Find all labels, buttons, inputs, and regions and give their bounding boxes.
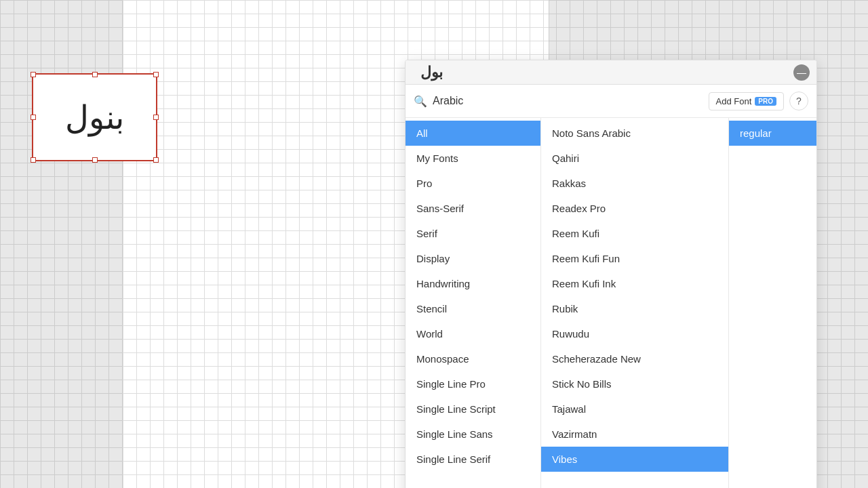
resize-handle-tl[interactable] bbox=[31, 72, 36, 77]
font-panel: بول — 🔍 Add Font PRO ? AllMy FontsProSan… bbox=[405, 60, 817, 488]
category-item-single-line-sans[interactable]: Single Line Sans bbox=[406, 422, 540, 447]
category-list: AllMy FontsProSans-SerifSerifDisplayHand… bbox=[406, 118, 541, 488]
selected-text-content: بنول bbox=[65, 98, 124, 136]
category-item-single-line-serif[interactable]: Single Line Serif bbox=[406, 447, 540, 472]
resize-handle-bm[interactable] bbox=[92, 157, 98, 163]
font-item-tajawal[interactable]: Tajawal bbox=[541, 396, 728, 422]
category-item-single-line-script[interactable]: Single Line Script bbox=[406, 396, 540, 422]
resize-handle-tm[interactable] bbox=[92, 72, 98, 77]
font-item-stick-no-bills[interactable]: Stick No Bills bbox=[541, 371, 728, 396]
font-item-readex-pro[interactable]: Readex Pro bbox=[541, 196, 728, 221]
category-item-all[interactable]: All bbox=[406, 121, 540, 146]
category-item-display[interactable]: Display bbox=[406, 246, 540, 271]
font-item-scheherazade-new[interactable]: Scheherazade New bbox=[541, 346, 728, 371]
selected-text-box[interactable]: بنول bbox=[32, 73, 157, 161]
resize-handle-tr[interactable] bbox=[153, 72, 159, 77]
font-item-rubik[interactable]: Rubik bbox=[541, 296, 728, 321]
category-item-sans-serif[interactable]: Sans-Serif bbox=[406, 196, 540, 221]
font-item-reem-kufi-ink[interactable]: Reem Kufi Ink bbox=[541, 271, 728, 296]
font-item-ruwudu[interactable]: Ruwudu bbox=[541, 321, 728, 346]
category-item-handwriting[interactable]: Handwriting bbox=[406, 271, 540, 296]
style-column: regular bbox=[728, 118, 816, 488]
style-item-regular[interactable]: regular bbox=[729, 121, 816, 146]
help-button[interactable]: ? bbox=[789, 92, 808, 110]
panel-topbar: بول — bbox=[406, 60, 816, 85]
help-icon: ? bbox=[796, 96, 802, 106]
font-list: Noto Sans ArabicQahiriRakkasReadex ProRe… bbox=[541, 118, 728, 488]
category-item-stencil[interactable]: Stencil bbox=[406, 296, 540, 321]
pro-badge: PRO bbox=[755, 97, 776, 106]
font-item-noto-sans-arabic[interactable]: Noto Sans Arabic bbox=[541, 121, 728, 146]
category-item-pro[interactable]: Pro bbox=[406, 171, 540, 196]
category-item-monospace[interactable]: Monospace bbox=[406, 346, 540, 371]
resize-handle-lm[interactable] bbox=[31, 115, 36, 120]
panel-minimize-button[interactable]: — bbox=[793, 64, 810, 81]
resize-handle-rm[interactable] bbox=[153, 115, 159, 120]
category-item-world[interactable]: World bbox=[406, 321, 540, 346]
resize-handle-br[interactable] bbox=[153, 157, 159, 163]
resize-handle-bl[interactable] bbox=[31, 157, 36, 163]
search-bar: 🔍 Add Font PRO ? bbox=[406, 85, 816, 118]
font-item-reem-kufi[interactable]: Reem Kufi bbox=[541, 221, 728, 246]
minus-icon: — bbox=[797, 67, 806, 78]
category-item-my-fonts[interactable]: My Fonts bbox=[406, 146, 540, 171]
add-font-button[interactable]: Add Font PRO bbox=[709, 92, 784, 110]
search-input[interactable] bbox=[433, 95, 703, 107]
add-font-label: Add Font bbox=[716, 96, 752, 106]
font-item-qahiri[interactable]: Qahiri bbox=[541, 146, 728, 171]
font-item-vazirmatn[interactable]: Vazirmatn bbox=[541, 422, 728, 447]
font-item-rakkas[interactable]: Rakkas bbox=[541, 171, 728, 196]
font-item-reem-kufi-fun[interactable]: Reem Kufi Fun bbox=[541, 246, 728, 271]
font-item-vibes[interactable]: Vibes bbox=[541, 447, 728, 472]
topbar-arabic-text: بول bbox=[420, 64, 443, 81]
panel-body: AllMy FontsProSans-SerifSerifDisplayHand… bbox=[406, 118, 816, 488]
search-icon: 🔍 bbox=[414, 95, 427, 108]
category-item-serif[interactable]: Serif bbox=[406, 221, 540, 246]
category-item-single-line-pro[interactable]: Single Line Pro bbox=[406, 371, 540, 396]
